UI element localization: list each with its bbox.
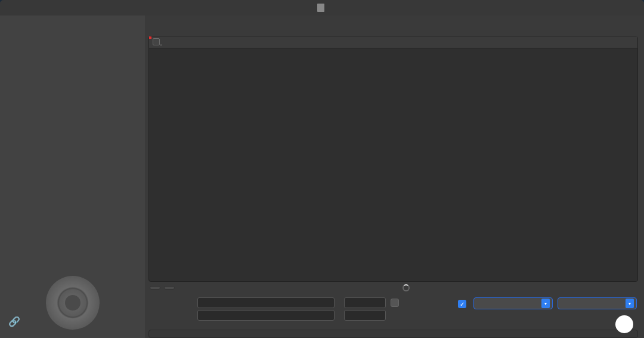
quick-add-button[interactable]	[150, 286, 160, 290]
maxkernel-input[interactable]	[344, 310, 386, 321]
kernel-arch-select[interactable]: ▾	[473, 297, 553, 309]
document-icon	[317, 4, 324, 12]
share-icon[interactable]: 🔗	[8, 316, 20, 327]
kext-table	[148, 36, 638, 282]
download-kexts-button[interactable]	[164, 286, 175, 290]
fake-cpu-panel	[150, 295, 450, 322]
table-header	[149, 36, 637, 48]
cpuid1mask-input[interactable]	[197, 310, 335, 321]
sidebar: 🔗	[0, 16, 145, 338]
dummy-power-checkbox[interactable]	[391, 299, 401, 307]
tab-bar	[148, 19, 638, 33]
loading-status	[178, 284, 637, 291]
table-toolbar	[148, 282, 638, 294]
app-window: 🔗	[0, 0, 644, 338]
cpuid1data-input[interactable]	[197, 297, 335, 308]
window-title	[0, 4, 644, 12]
select-all-checkbox[interactable]	[153, 38, 160, 45]
titlebar	[0, 0, 644, 16]
minkernel-input[interactable]	[344, 297, 386, 308]
watermark-icon	[615, 315, 633, 333]
spinner-icon	[402, 284, 410, 291]
config-panels: ✓ ▾ ▾	[148, 294, 638, 326]
quirks-panel	[148, 330, 638, 338]
watermark	[615, 315, 637, 333]
body: 🔗	[0, 16, 644, 338]
scheme-panel: ✓ ▾ ▾	[458, 295, 637, 322]
gear-graphic	[46, 276, 100, 330]
kernel-cache-select[interactable]: ▾	[558, 297, 637, 309]
fuzzy-match-checkbox[interactable]: ✓	[458, 300, 469, 308]
main-panel: ✓ ▾ ▾	[145, 16, 644, 338]
